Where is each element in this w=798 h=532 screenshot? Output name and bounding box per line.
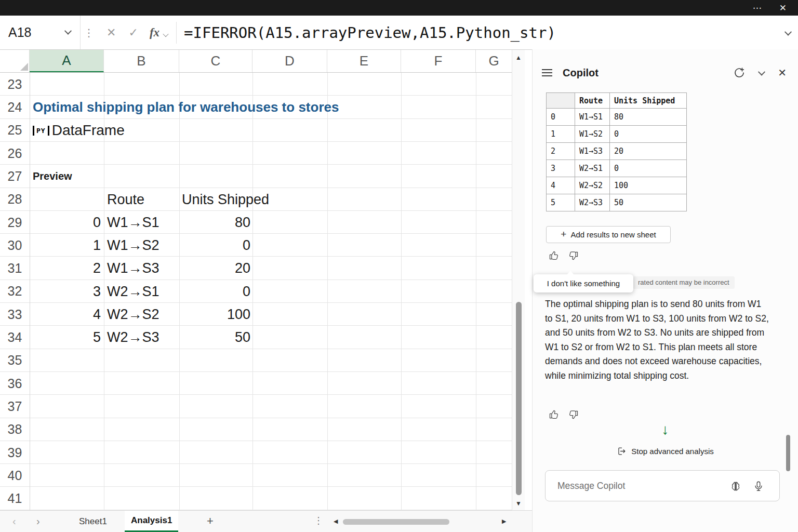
- column-header-g[interactable]: G: [476, 50, 512, 72]
- cell-b32[interactable]: W2→S1: [107, 280, 159, 303]
- scroll-up-icon[interactable]: ▲: [512, 54, 525, 61]
- cell-c34[interactable]: 50: [179, 326, 250, 349]
- cell-a24-title[interactable]: Optimal shipping plan for warehouses to …: [33, 96, 339, 118]
- column-header-b[interactable]: B: [104, 50, 179, 72]
- cell-a25-dataframe[interactable]: PY DataFrame: [33, 119, 125, 142]
- row-header[interactable]: 29: [0, 211, 30, 234]
- microphone-icon[interactable]: [752, 480, 765, 493]
- grid-vertical-scrollbar[interactable]: ▲ ▼: [512, 50, 525, 510]
- formula-input[interactable]: =IFERROR(A15.arrayPreview,A15.Python_str…: [184, 24, 556, 42]
- route-cell: W2→S2: [575, 177, 610, 194]
- cell-b29[interactable]: W1→S1: [107, 211, 159, 234]
- table-corner-cell: [547, 93, 575, 109]
- row-header[interactable]: 33: [0, 303, 30, 326]
- copilot-panel: Copilot ✕ Route Units Shipped 0 W1: [532, 49, 798, 532]
- cell-b34[interactable]: W2→S3: [107, 326, 159, 349]
- row-header[interactable]: 32: [0, 280, 30, 303]
- row-header[interactable]: 37: [0, 395, 30, 418]
- cell-a29[interactable]: 0: [30, 211, 101, 234]
- cell-c31[interactable]: 20: [179, 257, 250, 280]
- stop-analysis-button[interactable]: Stop advanced analysis: [533, 446, 798, 456]
- cell-b31[interactable]: W1→S3: [107, 257, 159, 280]
- row-header[interactable]: 40: [0, 464, 30, 487]
- python-icon: PY: [33, 126, 49, 136]
- cell-b33[interactable]: W2→S2: [107, 303, 159, 326]
- column-header-f[interactable]: F: [401, 50, 476, 72]
- scroll-down-icon[interactable]: ▼: [512, 500, 525, 507]
- collapse-chevron-icon[interactable]: [759, 70, 764, 75]
- thumbs-down-icon[interactable]: [568, 409, 579, 420]
- scroll-right-icon[interactable]: ▶: [502, 518, 506, 525]
- fx-chevron-icon[interactable]: [163, 31, 168, 36]
- excel-window: ⋯ ✕ A18 ⋮ ✕ ✓ fx =IFERROR(A15.arrayPrevi…: [0, 0, 798, 532]
- cell-b28-route-header[interactable]: Route: [107, 188, 144, 211]
- row-header[interactable]: 30: [0, 234, 30, 257]
- row-header[interactable]: 41: [0, 487, 30, 510]
- sheet-tab-sheet1[interactable]: Sheet1: [73, 511, 113, 532]
- add-sheet-button[interactable]: +: [207, 514, 214, 528]
- cell-c32[interactable]: 0: [179, 280, 250, 303]
- cell-c29[interactable]: 80: [179, 211, 250, 234]
- thumbs-up-icon[interactable]: [548, 250, 560, 261]
- add-results-button[interactable]: + Add results to new sheet: [546, 226, 671, 243]
- sheet-grid[interactable]: 23 24 25 26 27 28 29 30 31 32 33 34 35 3…: [0, 73, 512, 510]
- row-header[interactable]: 24: [0, 96, 30, 118]
- column-header-c[interactable]: C: [179, 50, 252, 72]
- scroll-to-bottom-icon[interactable]: ↓: [533, 421, 798, 438]
- column-header-a[interactable]: A: [30, 50, 104, 72]
- row-header[interactable]: 27: [0, 165, 30, 188]
- column-header-d[interactable]: D: [252, 50, 327, 72]
- copilot-scroll-thumb[interactable]: [786, 435, 790, 471]
- copilot-header: Copilot ✕: [533, 63, 798, 83]
- message-input[interactable]: [546, 471, 717, 501]
- stop-analysis-icon: [617, 446, 627, 456]
- vertical-scroll-thumb[interactable]: [516, 302, 522, 495]
- cell-a31[interactable]: 2: [30, 257, 101, 280]
- row-header[interactable]: 39: [0, 441, 30, 464]
- cell-c33[interactable]: 100: [179, 303, 250, 326]
- thumbs-down-icon[interactable]: [568, 250, 579, 261]
- copilot-close-icon[interactable]: ✕: [778, 66, 787, 79]
- select-all-triangle-icon: [20, 63, 28, 71]
- select-all-corner[interactable]: [0, 50, 30, 72]
- cell-c28-units-header[interactable]: Units Shipped: [182, 188, 269, 211]
- cell-b30[interactable]: W1→S2: [107, 234, 159, 257]
- formula-enter-icon[interactable]: ✓: [122, 26, 144, 39]
- formula-bar-expand-icon[interactable]: [784, 29, 792, 36]
- row-header[interactable]: 36: [0, 372, 30, 395]
- sheet-tab-analysis1[interactable]: Analysis1: [125, 511, 178, 532]
- cell-a27-preview[interactable]: Preview: [33, 165, 72, 188]
- next-sheet-icon[interactable]: ›: [36, 515, 40, 527]
- route-cell: W2→S1: [575, 160, 610, 177]
- row-header[interactable]: 28: [0, 188, 30, 211]
- thumbs-up-icon[interactable]: [548, 409, 560, 420]
- formula-cancel-icon[interactable]: ✕: [100, 26, 122, 39]
- row-header[interactable]: 34: [0, 326, 30, 349]
- cell-a33[interactable]: 4: [30, 303, 101, 326]
- row-header[interactable]: 38: [0, 418, 30, 441]
- horizontal-scroll-thumb[interactable]: [343, 519, 449, 525]
- new-chat-icon[interactable]: [733, 66, 746, 79]
- cell-name-box[interactable]: A18: [0, 16, 81, 49]
- row-header[interactable]: 26: [0, 142, 30, 165]
- name-box-chevron-icon[interactable]: [64, 28, 72, 35]
- row-header[interactable]: 35: [0, 349, 30, 372]
- row-header[interactable]: 31: [0, 257, 30, 280]
- column-header-e[interactable]: E: [327, 50, 401, 72]
- cell-a30[interactable]: 1: [30, 234, 101, 257]
- insert-function-icon[interactable]: fx: [144, 26, 162, 39]
- window-close-button[interactable]: ✕: [779, 4, 787, 12]
- cell-c30[interactable]: 0: [179, 234, 250, 257]
- advanced-analysis-brain-icon[interactable]: [729, 480, 742, 493]
- row-header[interactable]: 25: [0, 119, 30, 142]
- window-more-button[interactable]: ⋯: [753, 4, 762, 12]
- menu-icon[interactable]: [542, 72, 552, 73]
- cell-a34[interactable]: 5: [30, 326, 101, 349]
- scroll-left-icon[interactable]: ◀: [334, 518, 338, 525]
- cell-a32[interactable]: 3: [30, 280, 101, 303]
- units-column-header: Units Shipped: [610, 93, 687, 109]
- row-header[interactable]: 23: [0, 73, 30, 96]
- prev-sheet-icon[interactable]: ‹: [12, 515, 16, 527]
- tabbar-more-icon[interactable]: ⋮: [314, 515, 323, 526]
- formula-bar-drag-handle-icon[interactable]: ⋮: [81, 26, 100, 39]
